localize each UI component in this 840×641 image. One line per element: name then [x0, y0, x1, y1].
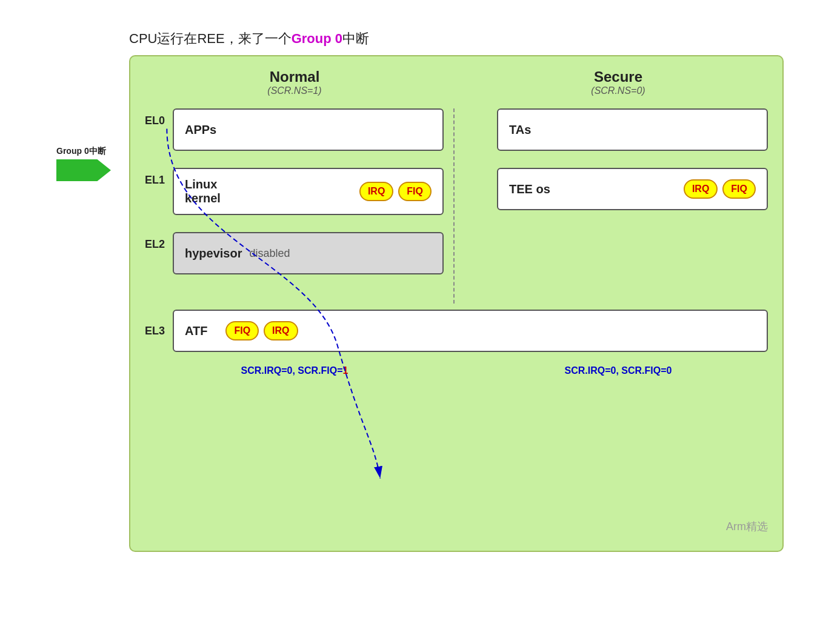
columns-header: Normal (SCR.NS=1) Secure (SCR.NS=0): [145, 68, 768, 96]
tas-label: TAs: [509, 123, 531, 137]
el1-secure-irq-badge: IRQ: [684, 179, 718, 199]
el2-label: EL2: [145, 232, 173, 251]
interrupt-arrow-shape: [56, 159, 111, 181]
scr-normal-label: SCR.IRQ=0, SCR.FIQ=1: [145, 365, 456, 376]
col-normal: EL0 APPs EL1 Linux kernel IRQ: [145, 108, 455, 304]
scr-normal-one: 1: [343, 365, 348, 376]
scr-footer: SCR.IRQ=0, SCR.FIQ=1 SCR.IRQ=0, SCR.FIQ=…: [145, 363, 768, 376]
normal-title: Normal: [145, 68, 444, 85]
normal-subtitle: (SCR.NS=1): [145, 85, 444, 96]
apps-label: APPs: [185, 123, 216, 137]
interrupt-label: Group 0中断: [56, 146, 106, 157]
title-prefix: CPU运行在REE，来了一个: [129, 31, 292, 46]
normal-header: Normal (SCR.NS=1): [145, 68, 456, 96]
scr-secure-label: SCR.IRQ=0, SCR.FIQ=0: [456, 365, 768, 376]
linux-kernel-label: Linux kernel: [185, 178, 221, 205]
el3-label: EL3: [145, 325, 173, 337]
el0-secure-box: TAs: [497, 108, 768, 151]
el3-section: EL3 ATF FIQ IRQ: [145, 310, 768, 352]
el0-secure-row: EL0 TAs: [469, 108, 768, 151]
content-split: EL0 APPs EL1 Linux kernel IRQ: [145, 108, 768, 304]
scr-normal-text: SCR.IRQ=0, SCR.FIQ=: [241, 365, 343, 376]
el0-label: EL0: [145, 108, 173, 127]
el2-normal-box: hypevisor disabled: [173, 232, 444, 274]
el2-normal-row: EL2 hypevisor disabled: [145, 232, 444, 274]
page-container: CPU运行在REE，来了一个Group 0中断 Group 0中断: [0, 0, 840, 641]
el0-normal-row: EL0 APPs: [145, 108, 444, 151]
hypevisor-label: hypevisor: [185, 247, 242, 261]
diagram-wrapper: CPU运行在REE，来了一个Group 0中断 Group 0中断: [56, 30, 784, 611]
el1-normal-row: EL1 Linux kernel IRQ FIQ: [145, 168, 444, 215]
watermark: Arm精选: [726, 519, 768, 534]
secure-header: Secure (SCR.NS=0): [456, 68, 768, 96]
tee-os-label: TEE os: [509, 182, 550, 196]
el3-box: ATF FIQ IRQ: [173, 310, 768, 352]
secure-subtitle: (SCR.NS=0): [468, 85, 768, 96]
el1-secure-badges: IRQ FIQ: [684, 179, 756, 199]
main-area: Group 0中断 Norm: [56, 55, 784, 552]
el1-secure-box: TEE os IRQ FIQ: [497, 168, 768, 210]
el3-fiq-badge: FIQ: [225, 321, 259, 340]
el1-normal-badges: IRQ FIQ: [359, 182, 432, 201]
el0-normal-box: APPs: [173, 108, 444, 151]
el1-secure-fiq-badge: FIQ: [722, 179, 756, 199]
col-secure: EL0 TAs EL1 TEE os IRQ: [455, 108, 768, 304]
green-box: Normal (SCR.NS=1) Secure (SCR.NS=0) EL0: [129, 55, 784, 552]
el1-normal-fiq-badge: FIQ: [398, 182, 432, 201]
secure-title: Secure: [468, 68, 768, 85]
atf-label: ATF: [185, 324, 207, 338]
el3-badges: FIQ IRQ: [225, 321, 298, 340]
title-suffix: 中断: [342, 31, 369, 46]
el1-normal-box: Linux kernel IRQ FIQ: [173, 168, 444, 215]
diagram-title: CPU运行在REE，来了一个Group 0中断: [56, 30, 369, 48]
el1-normal-irq-badge: IRQ: [359, 182, 393, 201]
el1-label: EL1: [145, 168, 173, 187]
hypevisor-disabled-label: disabled: [249, 247, 290, 260]
el1-secure-row: EL1 TEE os IRQ FIQ: [469, 168, 768, 210]
left-interrupt-area: Group 0中断: [56, 55, 123, 181]
title-highlight: Group 0: [292, 31, 342, 46]
el3-irq-badge: IRQ: [264, 321, 298, 340]
